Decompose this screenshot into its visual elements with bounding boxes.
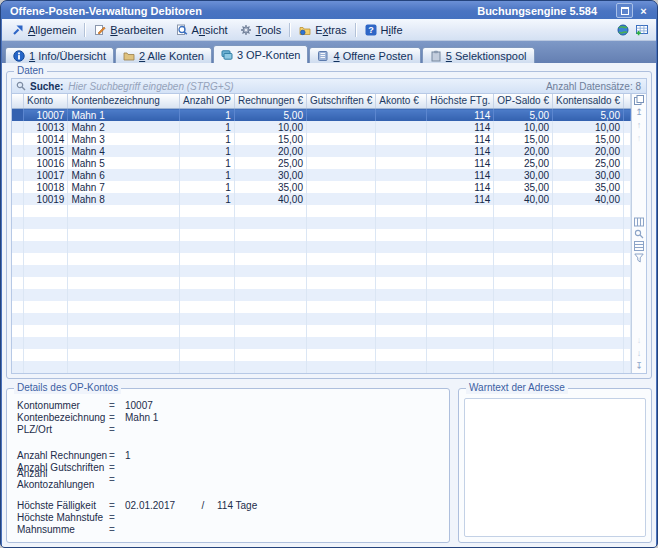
cell-konto[interactable]: 10015	[23, 145, 67, 157]
tab-info-uebersicht[interactable]: 1 Info/Übersicht	[5, 47, 114, 63]
cell-hoechste-ftg[interactable]: 114	[427, 193, 494, 205]
cell-op-saldo[interactable]: 5,00	[494, 109, 553, 122]
cell-name[interactable]: Mahn 6	[68, 169, 180, 181]
table-row[interactable]: 10014Mahn 3115,0011415,0015,00	[12, 133, 631, 145]
cell-op-saldo[interactable]: 35,00	[494, 181, 553, 193]
row-indicator-cell[interactable]	[12, 109, 23, 122]
cell-akonto[interactable]	[376, 181, 427, 193]
row-indicator-cell[interactable]	[12, 181, 23, 193]
cell-konto[interactable]: 10007	[23, 109, 67, 122]
cell-rechnungen[interactable]: 15,00	[234, 133, 306, 145]
tab-selektionspool[interactable]: 5 Selektionspool	[422, 47, 535, 63]
tab-offene-posten[interactable]: 4 Offene Posten	[309, 47, 420, 63]
cell-konto[interactable]: 10019	[23, 193, 67, 205]
col-kontensaldo[interactable]: Kontensaldo €	[553, 94, 624, 109]
table-add-icon[interactable]	[636, 24, 648, 36]
cell-gutschriften[interactable]	[306, 193, 375, 205]
cell-gutschriften[interactable]	[306, 169, 375, 181]
cell-op-saldo[interactable]: 10,00	[494, 121, 553, 133]
cell-kontensaldo[interactable]: 30,00	[553, 169, 624, 181]
row-indicator-cell[interactable]	[12, 145, 23, 157]
cell-hoechste-ftg[interactable]: 114	[427, 169, 494, 181]
menu-tools[interactable]: Tools	[234, 22, 288, 38]
cell-name[interactable]: Mahn 2	[68, 121, 180, 133]
menu-hilfe[interactable]: ? Hilfe	[359, 22, 409, 38]
cell-akonto[interactable]	[376, 145, 427, 157]
col-konto[interactable]: Konto	[23, 94, 67, 109]
cell-name[interactable]: Mahn 4	[68, 145, 180, 157]
filter-icon[interactable]	[634, 253, 644, 263]
menu-ansicht[interactable]: Ansicht	[170, 22, 234, 38]
cell-konto[interactable]: 10018	[23, 181, 67, 193]
col-kontenbezeichnung[interactable]: Kontenbezeichnung	[68, 94, 180, 109]
cell-kontensaldo[interactable]: 5,00	[553, 109, 624, 122]
tab-op-konten[interactable]: 3 OP-Konten	[213, 45, 309, 63]
menu-bearbeiten[interactable]: Bearbeiten	[88, 22, 169, 38]
globe-icon[interactable]	[617, 24, 629, 36]
cell-gutschriften[interactable]	[306, 157, 375, 169]
cell-kontensaldo[interactable]: 35,00	[553, 181, 624, 193]
cell-hoechste-ftg[interactable]: 114	[427, 157, 494, 169]
grid-summary-icon[interactable]	[634, 241, 644, 251]
cell-rechnungen[interactable]: 25,00	[234, 157, 306, 169]
cell-kontensaldo[interactable]: 20,00	[553, 145, 624, 157]
cell-op-saldo[interactable]: 15,00	[494, 133, 553, 145]
cell-konto[interactable]: 10016	[23, 157, 67, 169]
cell-op-saldo[interactable]: 40,00	[494, 193, 553, 205]
cell-gutschriften[interactable]	[306, 121, 375, 133]
cell-rechnungen[interactable]: 5,00	[234, 109, 306, 122]
cell-anzahl-op[interactable]: 1	[180, 169, 235, 181]
cell-name[interactable]: Mahn 7	[68, 181, 180, 193]
col-gutschriften[interactable]: Gutschriften €	[306, 94, 375, 109]
table-row[interactable]: 10013Mahn 2110,0011410,0010,00	[12, 121, 631, 133]
col-op-saldo[interactable]: OP-Saldo €	[494, 94, 553, 109]
menu-extras[interactable]: Extras	[293, 22, 352, 38]
cell-hoechste-ftg[interactable]: 114	[427, 181, 494, 193]
cell-hoechste-ftg[interactable]: 114	[427, 133, 494, 145]
grid-search-icon[interactable]	[634, 229, 644, 239]
cell-anzahl-op[interactable]: 1	[180, 157, 235, 169]
cell-akonto[interactable]	[376, 169, 427, 181]
table-row[interactable]: 10018Mahn 7135,0011435,0035,00	[12, 181, 631, 193]
cell-kontensaldo[interactable]: 15,00	[553, 133, 624, 145]
cell-gutschriften[interactable]	[306, 181, 375, 193]
col-rechnungen[interactable]: Rechnungen €	[234, 94, 306, 109]
cell-op-saldo[interactable]: 25,00	[494, 157, 553, 169]
cell-name[interactable]: Mahn 8	[68, 193, 180, 205]
cell-hoechste-ftg[interactable]: 114	[427, 145, 494, 157]
row-indicator-cell[interactable]	[12, 169, 23, 181]
cell-akonto[interactable]	[376, 133, 427, 145]
cell-op-saldo[interactable]: 20,00	[494, 145, 553, 157]
cell-anzahl-op[interactable]: 1	[180, 133, 235, 145]
cell-anzahl-op[interactable]: 1	[180, 193, 235, 205]
row-indicator-cell[interactable]	[12, 133, 23, 145]
cell-anzahl-op[interactable]: 1	[180, 145, 235, 157]
cell-konto[interactable]: 10013	[23, 121, 67, 133]
table-row[interactable]: 10016Mahn 5125,0011425,0025,00	[12, 157, 631, 169]
row-indicator-cell[interactable]	[12, 157, 23, 169]
cell-gutschriften[interactable]	[306, 109, 375, 122]
cell-akonto[interactable]	[376, 193, 427, 205]
warntext-textarea[interactable]	[464, 398, 646, 537]
cell-kontensaldo[interactable]: 25,00	[553, 157, 624, 169]
cell-gutschriften[interactable]	[306, 145, 375, 157]
cell-rechnungen[interactable]: 10,00	[234, 121, 306, 133]
cell-konto[interactable]: 10014	[23, 133, 67, 145]
close-window-button[interactable]: ×	[636, 4, 651, 17]
cell-hoechste-ftg[interactable]: 114	[427, 121, 494, 133]
menu-allgemein[interactable]: Allgemein	[6, 22, 82, 38]
row-indicator-cell[interactable]	[12, 121, 23, 133]
cell-gutschriften[interactable]	[306, 133, 375, 145]
row-indicator-cell[interactable]	[12, 193, 23, 205]
cell-akonto[interactable]	[376, 109, 427, 122]
scroll-top-icon[interactable]: ↥	[635, 107, 643, 118]
cell-name[interactable]: Mahn 1	[68, 109, 180, 122]
table-row[interactable]: 10015Mahn 4120,0011420,0020,00	[12, 145, 631, 157]
window-layers-icon[interactable]	[634, 95, 644, 105]
col-anzahl-op[interactable]: Anzahl OP	[180, 94, 235, 109]
restore-window-button[interactable]	[616, 3, 633, 18]
cell-rechnungen[interactable]: 40,00	[234, 193, 306, 205]
cell-kontensaldo[interactable]: 10,00	[553, 121, 624, 133]
cell-akonto[interactable]	[376, 121, 427, 133]
cell-konto[interactable]: 10017	[23, 169, 67, 181]
